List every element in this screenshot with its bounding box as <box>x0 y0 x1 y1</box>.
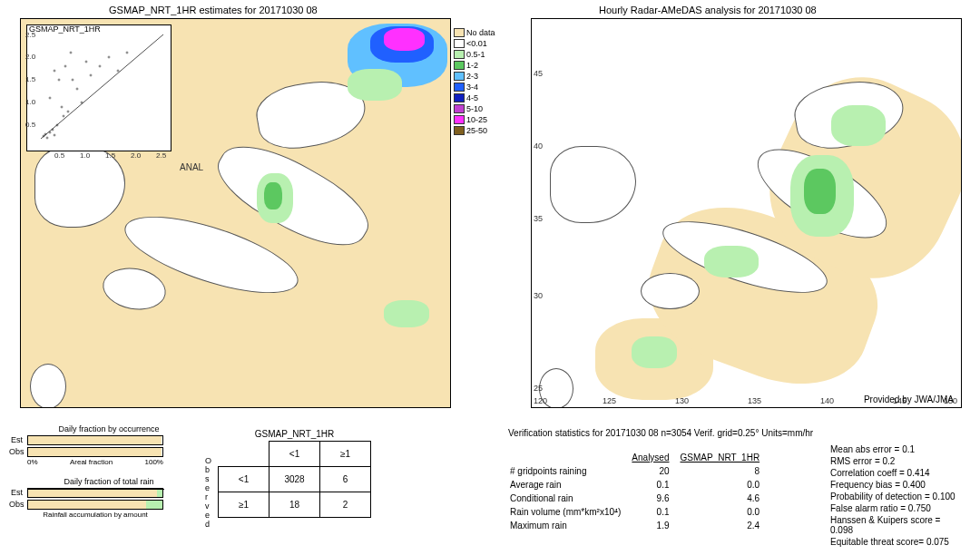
svg-point-22 <box>85 61 87 63</box>
svg-point-4 <box>49 131 51 133</box>
svg-point-19 <box>70 52 72 54</box>
svg-point-3 <box>46 137 48 139</box>
map2-title: Hourly Radar-AMeDAS analysis for 2017103… <box>599 5 817 15</box>
map-gsmap: GSMAP_NRT_1HR 0.5 1.0 1.5 2.0 2.5 0.5 1.… <box>20 18 451 408</box>
contingency-table: GSMAP_NRT_1HR <1≥1 <130286 ≥1182 <box>218 429 371 518</box>
svg-point-6 <box>54 134 55 136</box>
fraction-totalrain: Daily fraction of total rain Est Obs Rai… <box>27 477 191 519</box>
legend-item: No data <box>454 27 517 38</box>
svg-point-12 <box>81 102 83 103</box>
svg-point-21 <box>54 70 55 72</box>
svg-point-10 <box>61 106 63 108</box>
maps-row: GSMAP_NRT_1HR estimates for 20171030 08 … <box>0 0 980 417</box>
stats-panel: Daily fraction by occurrence Est Obs 0%A… <box>0 424 980 555</box>
svg-point-23 <box>117 70 119 72</box>
verif-table: AnalysedGSMAP_NRT_1HR # gridpoints raini… <box>508 450 770 533</box>
svg-point-20 <box>49 97 51 99</box>
svg-point-24 <box>126 52 128 54</box>
color-legend: No data <0.01 0.5-1 1-2 2-3 3-4 4-5 5-10… <box>454 27 517 136</box>
map-radar: 120 125 130 135 140 145 150 25 30 35 40 … <box>531 18 962 408</box>
verif-metrics: Mean abs error = 0.1 RMS error = 0.2 Cor… <box>830 443 962 549</box>
anal-label: ANAL <box>180 162 203 172</box>
inset-scatter: GSMAP_NRT_1HR 0.5 1.0 1.5 2.0 2.5 0.5 1.… <box>26 24 172 151</box>
svg-line-0 <box>41 34 163 139</box>
svg-point-17 <box>58 79 60 81</box>
svg-point-15 <box>99 65 101 67</box>
fraction-occurrence: Daily fraction by occurrence Est Obs 0%A… <box>27 424 191 466</box>
observed-label: Observed <box>205 456 211 529</box>
svg-point-11 <box>76 88 78 90</box>
svg-point-8 <box>63 115 64 117</box>
map1-title: GSMAP_NRT_1HR estimates for 20171030 08 <box>109 5 318 15</box>
svg-point-14 <box>72 79 74 81</box>
svg-point-9 <box>67 111 69 112</box>
svg-point-16 <box>108 56 110 58</box>
verif-title: Verification statistics for 20171030 08 … <box>508 428 813 438</box>
svg-point-13 <box>90 74 92 76</box>
svg-point-18 <box>64 65 66 67</box>
provided-by: Provided by JWA/JMA <box>864 394 954 404</box>
legend-swatch <box>454 28 465 37</box>
